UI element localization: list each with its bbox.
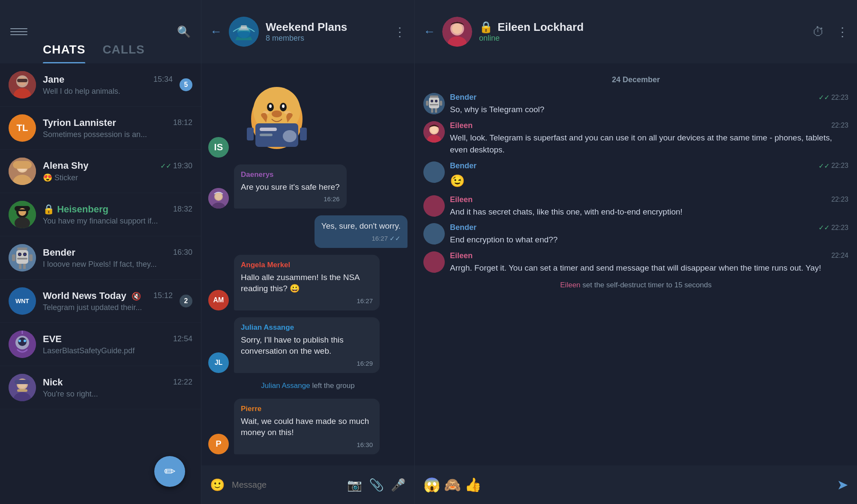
- chat-item-nick[interactable]: Nick 12:22 You're so right...: [0, 366, 201, 409]
- avatar-bender: [9, 244, 36, 271]
- bubble-pierre: Pierre Wait, we could have made so much …: [234, 399, 380, 454]
- avatar-is: IS: [208, 137, 229, 158]
- chat-item-alena[interactable]: Alena Shy ✓✓ 19:30 😍 Sticker: [0, 150, 201, 193]
- left-panel: CHATS CALLS 🔍 Jane 15:34: [0, 0, 201, 504]
- bubble-daenerys: Daenerys Are you sure it's safe here? 16…: [234, 164, 347, 209]
- svg-rect-76: [431, 108, 433, 113]
- chat-list: Jane 15:34 Well I do help animals. 5 TL …: [0, 63, 201, 504]
- more-options-button[interactable]: ⋮: [394, 25, 406, 39]
- emoji-button[interactable]: 🙂: [210, 478, 225, 492]
- right-input-bar: 😱 🙈 👍 ➤: [415, 465, 857, 504]
- bubble-sent: Yes, sure, don't worry. 16:27 ✓✓: [315, 215, 408, 248]
- avatar-heisenberg: [9, 201, 36, 228]
- right-message-eileen-1: Eileen 22:23 Well, look. Telegram is sup…: [423, 121, 848, 156]
- badge-worldnews: 2: [180, 295, 192, 307]
- message-angela: AM Angela Merkel Hallo alle zusammen! Is…: [208, 255, 408, 310]
- right-avatar-eileen: [423, 121, 445, 143]
- message-input[interactable]: [232, 480, 340, 490]
- right-header: ← 🔒 Eileen Lockhard online ⏱ ⋮: [415, 0, 857, 63]
- chat-info-jane: Jane 15:34 Well I do help animals.: [43, 74, 173, 96]
- avatar-jane: [9, 71, 36, 98]
- avatar-worldnews: WNT: [9, 287, 36, 315]
- svg-point-66: [452, 24, 462, 34]
- mute-icon: 🔇: [132, 292, 141, 301]
- svg-rect-58: [300, 128, 307, 140]
- svg-rect-23: [17, 248, 27, 250]
- messages-area: IS: [201, 63, 414, 465]
- attach-button[interactable]: 📎: [369, 478, 384, 492]
- svg-point-42: [236, 31, 252, 38]
- system-message-left: Julian Assange left the group: [208, 380, 408, 392]
- right-messages-area: 24 December: [415, 63, 857, 465]
- tab-chats[interactable]: CHATS: [34, 43, 94, 63]
- svg-point-74: [431, 100, 433, 102]
- svg-rect-38: [15, 380, 30, 384]
- back-button[interactable]: ←: [210, 25, 222, 39]
- chat-item-jane[interactable]: Jane 15:34 Well I do help animals. 5: [0, 63, 201, 107]
- svg-rect-17: [16, 250, 28, 264]
- right-message-bender-3: Bender ✓✓ 22:23 End encryption to what e…: [423, 223, 848, 246]
- online-status: online: [479, 34, 806, 43]
- svg-point-32: [24, 340, 26, 342]
- avatar-pierre: P: [208, 434, 229, 454]
- message-sticker: IS: [208, 72, 408, 158]
- timer-button[interactable]: ⏱: [812, 25, 824, 39]
- svg-rect-68: [429, 97, 439, 108]
- svg-point-26: [18, 253, 21, 256]
- date-divider: 24 December: [423, 72, 848, 88]
- tab-calls[interactable]: CALLS: [94, 43, 153, 63]
- svg-point-27: [24, 253, 26, 256]
- search-button[interactable]: 🔍: [177, 25, 191, 39]
- svg-rect-22: [23, 264, 26, 269]
- chat-item-worldnews[interactable]: WNT World News Today 🔇 15:12 Telegram ju…: [0, 280, 201, 323]
- avatar-nick: [9, 374, 36, 401]
- svg-rect-55: [260, 134, 273, 136]
- reaction-scared[interactable]: 😱: [423, 477, 440, 493]
- svg-rect-39: [17, 389, 27, 392]
- svg-point-50: [272, 110, 282, 117]
- hamburger-menu[interactable]: [10, 28, 27, 35]
- svg-rect-73: [440, 101, 442, 106]
- right-message-eileen-2: Eileen 22:23 And it has secret chats, li…: [423, 195, 848, 218]
- chat-item-eve[interactable]: EVE 12:54 LaserBlastSafetyGuide.pdf: [0, 323, 201, 366]
- avatar-eve: [9, 331, 36, 358]
- message-daenerys: Daenerys Are you sure it's safe here? 16…: [208, 164, 408, 209]
- svg-rect-24: [12, 254, 15, 261]
- right-panel-title: 🔒 Eileen Lockhard: [479, 21, 806, 34]
- middle-panel: ← Weekend Plans 8 members ⋮ IS: [201, 0, 415, 504]
- svg-rect-20: [17, 258, 27, 259]
- compose-button[interactable]: ✏: [154, 456, 185, 487]
- right-more-options[interactable]: ⋮: [836, 25, 848, 39]
- group-subtitle: 8 members: [266, 34, 387, 43]
- svg-rect-54: [260, 128, 277, 131]
- reaction-monkey[interactable]: 🙈: [444, 477, 461, 493]
- svg-rect-71: [430, 104, 438, 105]
- group-title: Weekend Plans: [266, 21, 387, 34]
- send-button[interactable]: ➤: [837, 477, 848, 493]
- svg-point-31: [18, 340, 21, 342]
- avatar-eileen: [442, 17, 472, 47]
- mic-button[interactable]: 🎤: [391, 478, 406, 492]
- svg-point-82: [431, 126, 437, 133]
- message-sent: Yes, sure, don't worry. 16:27 ✓✓: [208, 215, 408, 248]
- reaction-thumbs-up[interactable]: 👍: [464, 477, 482, 493]
- right-back-button[interactable]: ←: [423, 25, 435, 39]
- svg-rect-4: [17, 79, 27, 82]
- camera-button[interactable]: 📷: [347, 478, 362, 492]
- right-message-bender-1: Bender ✓✓ 22:23 So, why is Telegram cool…: [423, 93, 848, 116]
- svg-point-75: [435, 100, 437, 102]
- svg-point-62: [215, 193, 222, 200]
- chat-item-bender[interactable]: Bender 16:30 I looove new Pixels! If fac…: [0, 236, 201, 280]
- lock-icon: 🔒: [479, 21, 493, 33]
- chat-item-tyrion[interactable]: TL Tyrion Lannister 18:12 Sometimes poss…: [0, 107, 201, 150]
- right-avatar-bender: [423, 93, 445, 114]
- svg-rect-25: [29, 254, 33, 261]
- svg-point-14: [18, 208, 26, 216]
- avatar-julian: JL: [208, 352, 229, 373]
- message-julian: JL Julian Assange Sorry, I'll have to pu…: [208, 317, 408, 373]
- tabs: CHATS CALLS: [34, 0, 170, 63]
- chat-item-heisenberg[interactable]: 🔒 Heisenberg 18:32 You have my financial…: [0, 193, 201, 236]
- message-input-bar: 🙂 📷 📎 🎤: [201, 465, 414, 504]
- svg-point-56: [283, 130, 297, 142]
- svg-rect-15: [18, 209, 27, 211]
